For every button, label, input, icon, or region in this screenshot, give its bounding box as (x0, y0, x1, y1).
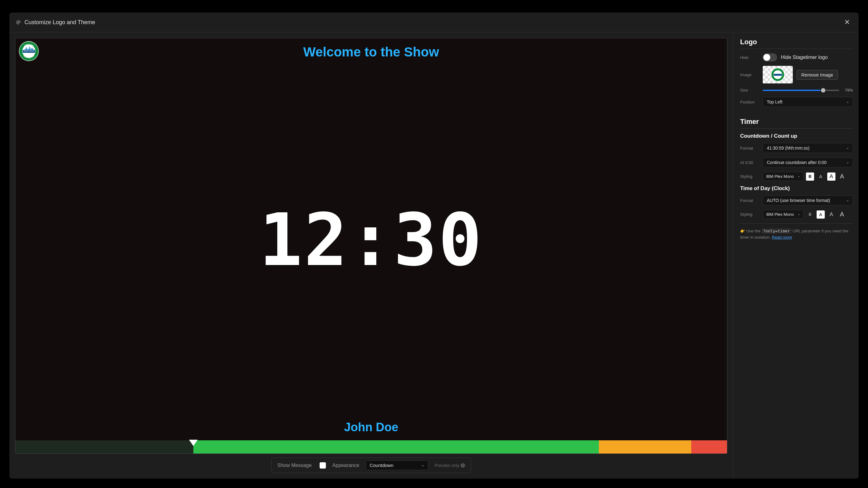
logo-image-thumb[interactable] (763, 66, 793, 83)
divider (740, 128, 853, 128)
preview-controls: Show Message Appearance Countdown Previe… (271, 458, 471, 473)
position-select-value: Top Left (767, 99, 782, 105)
image-label: Image (740, 73, 759, 77)
clock-size-medium-button[interactable]: A (827, 210, 835, 219)
pointing-hand-icon: 👉 (740, 229, 745, 233)
preview-logo: PAWNEE INDIANA PARKS AND RECREATION (19, 41, 39, 61)
parks-rec-seal-icon: PAWNEE INDIANA PARKS AND RECREATION (19, 41, 39, 61)
modal-title: Customize Logo and Theme (25, 19, 842, 26)
preview-pane: PAWNEE INDIANA PARKS AND RECREATION Welc… (9, 32, 733, 479)
hint-code: ?only=timer (762, 228, 792, 234)
close-button[interactable]: ✕ (842, 17, 852, 28)
divider (740, 49, 853, 49)
show-message-label: Show Message (277, 463, 311, 468)
format-label: Format (740, 146, 759, 150)
countdown-size-medium-button[interactable]: A (827, 172, 835, 181)
progress-orange (599, 440, 691, 454)
slider-thumb[interactable] (820, 87, 826, 93)
progress-empty (16, 440, 193, 454)
progress-bar (16, 440, 727, 454)
info-icon[interactable]: i (461, 463, 465, 468)
position-row: Position Top Left (740, 97, 853, 107)
at-zero-row: At 0:00 Continue countdown after 0:00 (740, 157, 853, 168)
clock-styling-label: Styling (740, 212, 759, 217)
hide-label: Hide (740, 55, 759, 60)
preview-screen: PAWNEE INDIANA PARKS AND RECREATION Welc… (15, 38, 727, 454)
clock-font-select[interactable]: IBM Plex Mono (763, 210, 803, 219)
countdown-bold-button[interactable]: B (806, 172, 814, 181)
clock-format-label: Format (740, 198, 759, 203)
slider-fill (763, 90, 823, 91)
clock-format-row: Format AUTO (use browser time format) (740, 195, 853, 205)
customize-modal: Customize Logo and Theme ✕ PAWNEE INDIAN… (9, 12, 859, 479)
svg-text:PAWNEE INDIANA: PAWNEE INDIANA (24, 50, 34, 52)
appearance-select[interactable]: Countdown (366, 460, 428, 470)
format-row: Format 41:30:59 (hhh:mm:ss) (740, 143, 853, 153)
hide-toggle-text: Hide Stagetimer logo (781, 55, 828, 60)
at-zero-select[interactable]: Continue countdown after 0:00 (763, 157, 853, 168)
palette-icon (16, 20, 21, 25)
divider (740, 223, 853, 224)
modal-body: PAWNEE INDIANA PARKS AND RECREATION Welc… (9, 32, 859, 479)
clock-size-large-button[interactable]: A (838, 210, 846, 219)
countdown-subheading: Countdown / Count up (740, 133, 853, 139)
countdown-styling-label: Styling (740, 174, 759, 179)
countdown-font-value: IBM Plex Mono (766, 174, 794, 179)
countdown-size-small-button[interactable]: A (816, 172, 825, 181)
svg-rect-10 (774, 74, 782, 76)
logo-size-slider[interactable] (763, 90, 839, 91)
at-zero-value: Continue countdown after 0:00 (767, 160, 827, 165)
hide-row: Hide Hide Stagetimer logo (740, 53, 853, 61)
size-row: Size 79% (740, 88, 853, 92)
parks-rec-seal-icon (771, 68, 785, 82)
progress-marker-icon (189, 440, 198, 446)
size-label: Size (740, 88, 759, 92)
clock-format-value: AUTO (use browser time format) (767, 198, 830, 203)
toggle-knob (763, 54, 770, 61)
countdown-format-value: 41:30:59 (hhh:mm:ss) (767, 145, 809, 150)
appearance-select-value: Countdown (370, 463, 394, 468)
clock-styling-row: Styling IBM Plex Mono B A A A (740, 210, 853, 219)
preview-title-text: Welcome to the Show (303, 45, 439, 60)
remove-image-button[interactable]: Remove Image (797, 70, 838, 80)
position-label: Position (740, 100, 759, 105)
settings-sidebar: Logo Hide Hide Stagetimer logo Image (733, 32, 859, 479)
at-zero-label: At 0:00 (740, 160, 759, 165)
image-row: Image Remove Image (740, 66, 853, 83)
hint-text: 👉 Use the ?only=timer URL parameter if y… (740, 228, 853, 240)
clock-size-small-button[interactable]: A (816, 210, 825, 219)
preview-only-label: Preview only i (435, 463, 465, 468)
progress-green (193, 440, 599, 454)
hide-stagetimer-toggle[interactable] (763, 53, 777, 61)
logo-heading: Logo (740, 38, 853, 46)
read-more-link[interactable]: Read more (772, 235, 792, 239)
clock-font-value: IBM Plex Mono (766, 212, 794, 217)
countdown-size-large-button[interactable]: A (838, 172, 846, 181)
position-select[interactable]: Top Left (763, 97, 853, 107)
timer-heading: Timer (740, 118, 853, 126)
appearance-label: Appearance (332, 463, 359, 468)
countdown-format-select[interactable]: 41:30:59 (hhh:mm:ss) (763, 143, 853, 153)
countdown-font-select[interactable]: IBM Plex Mono (763, 172, 803, 181)
clock-subheading: Time of Day (Clock) (740, 185, 853, 192)
preview-timer-display: 12:30 (259, 60, 483, 421)
countdown-styling-row: Styling IBM Plex Mono B A A A (740, 172, 853, 181)
clock-format-select[interactable]: AUTO (use browser time format) (763, 195, 853, 205)
size-value: 79% (842, 88, 853, 92)
progress-red (691, 440, 727, 454)
clock-bold-button[interactable]: B (806, 210, 814, 219)
show-message-checkbox[interactable] (320, 462, 326, 468)
preview-speaker-name: John Doe (344, 421, 398, 434)
modal-header: Customize Logo and Theme ✕ (9, 12, 859, 32)
